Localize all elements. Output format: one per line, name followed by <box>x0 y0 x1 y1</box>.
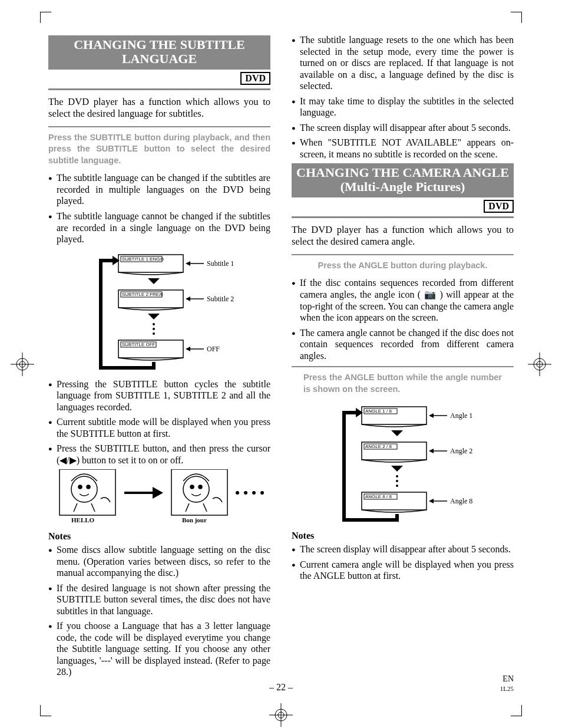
osd-label: SUBTITLE 1:ENG/6 <box>122 256 164 262</box>
list-item: The screen display will disappear after … <box>292 543 514 555</box>
svg-point-42 <box>252 491 256 495</box>
svg-marker-18 <box>148 278 160 284</box>
illustration-caption: HELLO <box>71 516 95 523</box>
divider <box>292 254 514 255</box>
svg-marker-25 <box>186 261 190 266</box>
list-item: It may take time to display the subtitle… <box>292 95 514 118</box>
svg-point-39 <box>199 485 202 489</box>
instruction-text: Press the ANGLE button during playback. <box>292 260 514 272</box>
notes-heading: Notes <box>48 531 270 542</box>
crop-mark <box>511 12 522 23</box>
diagram-label: OFF <box>207 345 220 353</box>
intro-text: The DVD player has a function which allo… <box>48 96 270 120</box>
svg-point-32 <box>78 485 82 489</box>
svg-point-54 <box>396 485 398 487</box>
intro-text: The DVD player has a function which allo… <box>292 224 514 248</box>
list-item: The subtitle language can be changed if … <box>48 172 270 207</box>
list-item: When "SUBTITLE NOT AVAILABLE" appears on… <box>292 137 514 160</box>
list-item: If the disc contains sequences recorded … <box>292 277 514 323</box>
svg-marker-27 <box>186 297 190 301</box>
list-item: If you choose a Language that has a 3 le… <box>48 620 270 678</box>
svg-marker-29 <box>186 347 190 351</box>
list-item: Current subtitle mode will be displayed … <box>48 416 270 439</box>
svg-point-31 <box>71 476 97 502</box>
svg-marker-50 <box>391 430 403 436</box>
diagram-label: Angle 1 <box>450 411 472 420</box>
diagram-label: Subtitle 1 <box>207 259 234 268</box>
svg-marker-35 <box>153 487 163 499</box>
list-item: Press the SUBTITLE button, and then pres… <box>48 443 270 466</box>
svg-point-41 <box>244 491 247 495</box>
list-item: Some discs allow subtitle language setti… <box>48 544 270 579</box>
list-item: The camera angle cannot be changed if th… <box>292 327 514 362</box>
divider <box>292 216 514 218</box>
divider <box>48 88 270 90</box>
illustration-caption: Bon jour <box>182 516 207 523</box>
diagram-label: Subtitle 2 <box>207 295 234 303</box>
notes-list: The screen display will disappear after … <box>292 543 514 582</box>
left-column: CHANGING THE SUBTITLE LANGUAGE DVD The D… <box>48 34 270 681</box>
section-heading-angle: CHANGING THE CAMERA ANGLE (Multi-Angle P… <box>292 163 514 197</box>
osd-label: ANGLE 2 / 8 <box>365 444 392 449</box>
svg-point-53 <box>396 480 398 482</box>
registration-mark-icon <box>11 353 34 376</box>
svg-point-20 <box>153 323 155 325</box>
osd-label: ANGLE 8 / 8 <box>365 494 392 499</box>
svg-marker-57 <box>429 413 434 418</box>
svg-rect-36 <box>171 469 227 515</box>
bullet-list: If the disc contains sequences recorded … <box>292 277 514 361</box>
svg-point-52 <box>396 475 398 477</box>
svg-marker-51 <box>391 466 403 472</box>
divider <box>292 366 514 367</box>
crop-mark <box>40 705 51 716</box>
dvd-badge: DVD <box>484 200 514 213</box>
svg-point-33 <box>87 485 90 489</box>
diagram-label: Angle 8 <box>450 497 472 505</box>
svg-marker-61 <box>429 499 434 503</box>
svg-point-22 <box>153 332 155 335</box>
list-item: The subtitle language cannot be changed … <box>48 210 270 245</box>
notes-heading: Notes <box>292 531 514 541</box>
svg-marker-59 <box>429 449 434 453</box>
right-column: The subtitle language resets to the one … <box>292 34 514 681</box>
dvd-badge: DVD <box>240 72 270 85</box>
registration-mark-icon <box>528 353 551 376</box>
manual-page: CHANGING THE SUBTITLE LANGUAGE DVD The D… <box>0 0 562 728</box>
svg-point-38 <box>190 485 194 489</box>
svg-point-40 <box>236 491 239 495</box>
divider <box>48 126 270 127</box>
svg-marker-19 <box>148 314 160 319</box>
crop-mark <box>511 705 522 716</box>
page-footer: – 22 – EN 1L25 <box>48 674 514 693</box>
svg-point-37 <box>183 476 209 502</box>
svg-rect-30 <box>59 469 115 515</box>
subtitle-illustration: HELLO Bon jour <box>54 469 266 525</box>
list-item: Current camera angle will be displayed w… <box>292 559 514 582</box>
list-item: The screen display will disappear after … <box>292 122 514 134</box>
osd-label: ANGLE 1 / 8 <box>365 409 392 414</box>
instruction-text: Press the ANGLE button while the angle n… <box>292 372 514 395</box>
instruction-text: Press the SUBTITLE button during playbac… <box>48 132 270 167</box>
osd-label: SUBTITLE OFF <box>122 342 156 347</box>
continued-notes-list: The subtitle language resets to the one … <box>292 34 514 160</box>
angle-cycle-diagram: ANGLE 1 / 8 ANGLE 2 / 8 ANGLE 8 / 8 <box>309 401 497 525</box>
notes-list: Some discs allow subtitle language setti… <box>48 544 270 678</box>
list-item: Pressing the SUBTITLE button cycles the … <box>48 378 270 413</box>
footer-lang: EN <box>503 674 514 683</box>
list-item: The subtitle language resets to the one … <box>292 34 514 92</box>
svg-point-21 <box>153 328 155 330</box>
crop-mark <box>40 12 51 23</box>
registration-mark-icon <box>269 703 293 727</box>
list-item: If the desired language is not shown aft… <box>48 582 270 617</box>
section-heading-subtitle: CHANGING THE SUBTITLE LANGUAGE <box>48 35 270 70</box>
osd-label: SUBTITLE 2:FRE/6 <box>122 292 163 297</box>
svg-point-43 <box>260 491 264 495</box>
diagram-label: Angle 2 <box>450 447 472 455</box>
subtitle-cycle-diagram: SUBTITLE 1:ENG/6 SUBTITLE 2:FRE/6 SUBTIT… <box>65 249 254 373</box>
bullet-list: The subtitle language can be changed if … <box>48 172 270 245</box>
bullet-list: Pressing the SUBTITLE button cycles the … <box>48 378 270 466</box>
footer-code: 1L25 <box>500 685 514 692</box>
page-number: – 22 – <box>269 682 293 693</box>
